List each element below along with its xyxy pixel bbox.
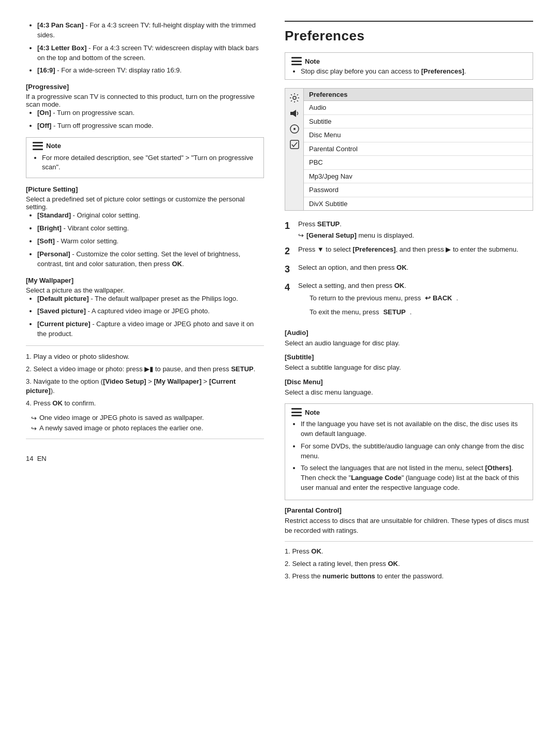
- list-item: [Off] - Turn off progressive scan mode.: [37, 121, 264, 131]
- note-label-1: Note: [46, 142, 61, 150]
- step-item: 3. Navigate to the option ([Video Setup]…: [26, 377, 264, 397]
- preferences-table: Preferences Audio Subtitle Disc Menu Par…: [285, 88, 533, 211]
- check-icon: [287, 137, 302, 152]
- step-4-sub-list: To return to the previous menu, press ↩ …: [298, 293, 533, 317]
- arrow-icon-step1: ↪: [298, 230, 304, 241]
- step-num-3: 3: [285, 263, 294, 277]
- step-1-sub: ↪ [General Setup] menu is displayed.: [298, 230, 533, 241]
- list-item: [Soft] - Warm color setting.: [37, 237, 264, 246]
- pref-item-parental: Parental Control: [304, 142, 533, 156]
- item-label: [4:3 Pan Scan]: [37, 21, 84, 29]
- left-column: [4:3 Pan Scan] - For a 4:3 screen TV: fu…: [26, 21, 264, 735]
- picture-list: [Standard] - Original color setting. [Br…: [26, 211, 264, 269]
- parental-step-3: 3. Press the numeric buttons to enter th…: [285, 572, 533, 581]
- step-1: 1 Press SETUP. ↪ [General Setup] menu is…: [285, 219, 533, 240]
- parental-text: Restrict access to discs that are unsuit…: [285, 516, 533, 536]
- subtitle-text: Select a subtitle language for disc play…: [285, 362, 533, 373]
- note-icon-2: [291, 408, 302, 416]
- note-icon-right: [291, 57, 302, 65]
- list-item: [Current picture] - Capture a video imag…: [37, 319, 264, 339]
- arrow-text-2: A newly saved image or photo replaces th…: [39, 424, 203, 432]
- list-item: [4:3 Letter Box] - For a 4:3 screen TV: …: [37, 43, 264, 63]
- gear-icon: [287, 91, 302, 105]
- progressive-list: [On] - Turn on progressive scan. [Off] -…: [26, 108, 264, 131]
- note-item-3: To select the languages that are not lis…: [301, 463, 526, 493]
- item-label: [16:9]: [37, 66, 55, 74]
- step-4: 4 Select a setting, and then press OK. T…: [285, 281, 533, 323]
- list-item: [Personal] - Customize the color setting…: [37, 250, 264, 269]
- arrow-item-2: ↪ A newly saved image or photo replaces …: [26, 424, 264, 432]
- subtitle-heading: [Subtitle]: [285, 353, 533, 361]
- arrow-icon-1: ↪: [31, 414, 37, 422]
- svg-point-4: [293, 128, 296, 130]
- pref-item-divx: DivX Subtitle: [304, 197, 533, 211]
- step-content-4: Select a setting, and then press OK. To …: [298, 281, 533, 323]
- list-item: [4:3 Pan Scan] - For a 4:3 screen TV: fu…: [37, 21, 264, 40]
- discmenu-text: Select a disc menu language.: [285, 387, 533, 398]
- note-header-1: Note: [33, 142, 257, 150]
- step-content-2: Press ▼ to select [Preferences], and the…: [298, 244, 533, 255]
- right-note-header-1: Note: [291, 57, 526, 65]
- step-num-4: 4: [285, 281, 294, 295]
- step-item: 1. Play a video or photo slideshow.: [26, 352, 264, 362]
- step-3: 3 Select an option, and then press OK.: [285, 263, 533, 277]
- note-box-1: Note For more detailed description, see …: [26, 137, 264, 178]
- note-box-2: Note If the language you have set is not…: [285, 403, 533, 500]
- pref-item-mp3: Mp3/Jpeg Nav: [304, 170, 533, 184]
- pref-table-items: Preferences Audio Subtitle Disc Menu Par…: [304, 89, 533, 210]
- list-item: [16:9] - For a wide-screen TV: display r…: [37, 66, 264, 76]
- step-content-1: Press SETUP. ↪ [General Setup] menu is d…: [298, 219, 533, 240]
- discmenu-heading: [Disc Menu]: [285, 378, 533, 386]
- step-4-sub-1: To return to the previous menu, press ↩ …: [310, 293, 533, 303]
- steps-list-1: 1. Play a video or photo slideshow. 2. S…: [26, 352, 264, 409]
- wallpaper-list: [Default picture] - The default wallpape…: [26, 294, 264, 339]
- pref-item-subtitle: Subtitle: [304, 115, 533, 129]
- preferences-title: Preferences: [285, 28, 533, 44]
- svg-point-0: [293, 96, 296, 99]
- wallpaper-text: Select a picture as the wallpaper.: [26, 286, 264, 294]
- note-label-2: Note: [305, 409, 320, 416]
- pref-table-header: Preferences: [304, 89, 533, 101]
- right-column: Preferences Note Stop disc play before y…: [285, 21, 533, 735]
- wallpaper-heading: [My Wallpaper]: [26, 277, 264, 284]
- audio-heading: [Audio]: [285, 329, 533, 337]
- divider-2: [26, 439, 264, 439]
- divider-1: [26, 345, 264, 346]
- picture-text: Select a predefined set of picture color…: [26, 195, 264, 211]
- parental-steps-section: 1. Press OK. 2. Select a rating level, t…: [285, 541, 533, 581]
- list-item: [On] - Turn on progressive scan.: [37, 108, 264, 118]
- progressive-heading: [Progressive]: [26, 83, 264, 91]
- pref-item-pbc: PBC: [304, 156, 533, 170]
- pref-item-discmenu: Disc Menu: [304, 128, 533, 142]
- list-item: [Default picture] - The default wallpape…: [37, 294, 264, 304]
- arrow-text-1: One video image or JPEG photo is saved a…: [39, 414, 204, 421]
- note-item-2: For some DVDs, the subtitle/audio langua…: [301, 442, 526, 461]
- note-item: Stop disc play before you can access to …: [301, 67, 526, 75]
- progressive-text: If a progressive scan TV is connected to…: [26, 93, 264, 108]
- note-list-2: If the language you have set is not avai…: [291, 419, 526, 493]
- setup-steps: 1 Press SETUP. ↪ [General Setup] menu is…: [285, 219, 533, 323]
- right-note-box-1: Note Stop disc play before you can acces…: [285, 52, 533, 80]
- step-item: 4. Press OK to confirm.: [26, 399, 264, 409]
- list-item: [Bright] - Vibrant color setting.: [37, 224, 264, 234]
- parental-step-1: 1. Press OK.: [285, 547, 533, 557]
- picture-heading: [Picture Setting]: [26, 185, 264, 193]
- parental-heading: [Parental Control]: [285, 506, 533, 514]
- note-item: For more detailed description, see "Get …: [42, 153, 257, 172]
- audio-text: Select an audio language for disc play.: [285, 338, 533, 348]
- svg-rect-1: [290, 112, 293, 115]
- step-2: 2 Press ▼ to select [Preferences], and t…: [285, 244, 533, 258]
- list-item: [Saved picture] - A captured video image…: [37, 307, 264, 316]
- pref-item-audio: Audio: [304, 101, 533, 115]
- disc-icon: [287, 122, 302, 136]
- parental-step-2: 2. Select a rating level, then press OK.: [285, 559, 533, 569]
- step-content-3: Select an option, and then press OK.: [298, 263, 533, 273]
- note-list-1: For more detailed description, see "Get …: [33, 153, 257, 172]
- pref-table-icons: [285, 89, 304, 210]
- right-note-label-1: Note: [305, 57, 320, 65]
- step-item: 2. Select a video image or photo: press …: [26, 365, 264, 374]
- svg-rect-5: [290, 140, 299, 149]
- step-num-2: 2: [285, 244, 294, 258]
- note-header-2: Note: [291, 408, 526, 416]
- list-item: [Standard] - Original color setting.: [37, 211, 264, 221]
